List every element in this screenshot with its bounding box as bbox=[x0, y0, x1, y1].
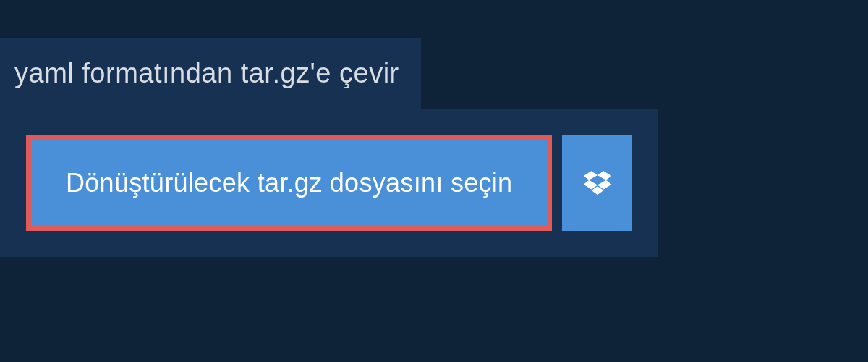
select-file-button[interactable]: Dönüştürülecek tar.gz dosyasını seçin bbox=[26, 135, 552, 231]
upload-panel: Dönüştürülecek tar.gz dosyasını seçin bbox=[0, 109, 658, 257]
button-row: Dönüştürülecek tar.gz dosyasını seçin bbox=[26, 135, 632, 231]
dropbox-icon bbox=[582, 168, 613, 198]
page-title: yaml formatından tar.gz'e çevir bbox=[14, 58, 399, 89]
header-tab: yaml formatından tar.gz'e çevir bbox=[0, 38, 421, 109]
dropbox-button[interactable] bbox=[562, 135, 632, 231]
select-file-label: Dönüştürülecek tar.gz dosyasını seçin bbox=[66, 168, 512, 198]
